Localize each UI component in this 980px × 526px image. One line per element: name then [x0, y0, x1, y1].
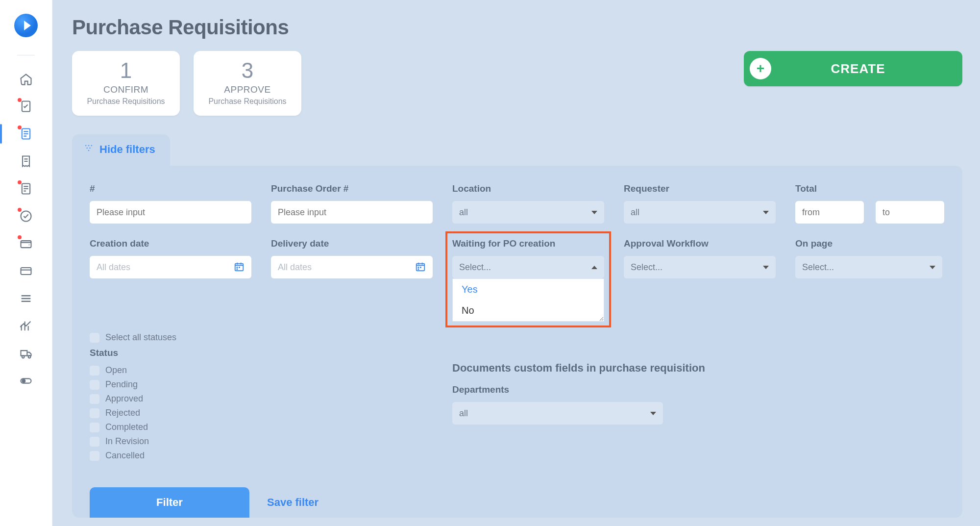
select-all-checkbox[interactable] [90, 333, 99, 343]
custom-fields-title: Documents custom fields in purchase requ… [452, 362, 945, 375]
svg-rect-21 [418, 267, 419, 268]
stat-label: APPROVE [199, 84, 295, 95]
svg-point-6 [22, 356, 24, 358]
creation-date-placeholder: All dates [97, 262, 130, 273]
status-checkbox[interactable] [90, 366, 99, 376]
chevron-up-icon [591, 266, 597, 269]
on-page-select[interactable]: Select... [795, 256, 942, 278]
status-label: Status [90, 348, 433, 358]
requester-select[interactable]: all [624, 201, 776, 224]
status-option: Cancelled [105, 451, 145, 461]
po-number-label: Purchase Order # [271, 183, 433, 194]
calendar-icon [415, 261, 426, 274]
delivery-date-placeholder: All dates [278, 262, 312, 273]
status-checkbox[interactable] [90, 408, 99, 418]
status-row[interactable]: Cancelled [90, 451, 433, 461]
sidebar-item-toggle[interactable] [0, 367, 52, 395]
status-row[interactable]: Pending [90, 379, 433, 390]
stat-card-approve[interactable]: 3 APPROVE Purchase Requisitions [194, 51, 301, 116]
status-option: Approved [105, 394, 143, 404]
toggle-icon [19, 374, 33, 388]
chevron-down-icon [763, 266, 769, 269]
filter-button[interactable]: Filter [90, 487, 249, 518]
approval-workflow-placeholder: Select... [631, 262, 662, 273]
po-number-input[interactable] [271, 201, 433, 224]
status-option: Open [105, 365, 127, 376]
page-title: Purchase Requisitions [72, 16, 962, 39]
status-option: Pending [105, 379, 138, 390]
select-all-label: Select all statuses [105, 332, 176, 343]
total-label: Total [795, 183, 942, 194]
credit-card-icon [19, 264, 33, 278]
menu-icon [19, 292, 33, 305]
create-button[interactable]: + CREATE [744, 51, 962, 86]
sidebar-item-wallet[interactable] [0, 230, 52, 257]
status-checkbox[interactable] [90, 437, 99, 447]
sidebar-item-analytics[interactable] [0, 312, 52, 340]
save-filter-link[interactable]: Save filter [267, 496, 318, 509]
total-to-input[interactable] [876, 201, 944, 224]
number-label: # [90, 183, 251, 194]
status-option: In Revision [105, 436, 149, 447]
status-checkbox[interactable] [90, 451, 99, 461]
svg-point-15 [88, 150, 90, 151]
check-circle-icon [19, 209, 33, 223]
main-content: Purchase Requisitions 1 CONFIRM Purchase… [52, 0, 980, 526]
waiting-po-option-no[interactable]: No [453, 300, 604, 321]
waiting-po-option-yes[interactable]: Yes [453, 279, 604, 300]
filter-button-label: Filter [156, 496, 183, 509]
app-logo[interactable] [14, 14, 38, 37]
status-checkbox[interactable] [90, 423, 99, 432]
hide-filters-label: Hide filters [99, 143, 155, 156]
svg-point-11 [88, 145, 90, 147]
svg-point-12 [91, 145, 93, 147]
sidebar-item-shipping[interactable] [0, 340, 52, 367]
sidebar-divider [17, 55, 35, 55]
sidebar-item-pr-a[interactable] [0, 93, 52, 120]
status-row[interactable]: Open [90, 365, 433, 376]
approval-workflow-select[interactable]: Select... [624, 256, 776, 278]
app-root: Purchase Requisitions 1 CONFIRM Purchase… [0, 0, 980, 526]
creation-date-input[interactable]: All dates [90, 256, 251, 278]
status-row[interactable]: In Revision [90, 436, 433, 447]
status-row[interactable]: Rejected [90, 408, 433, 418]
analytics-icon [19, 319, 33, 333]
waiting-po-dropdown: Yes No [452, 278, 604, 322]
hide-filters-tab[interactable]: Hide filters [72, 134, 170, 166]
departments-label: Departments [452, 384, 663, 395]
number-input[interactable] [90, 201, 251, 224]
sidebar-item-receipt[interactable] [0, 148, 52, 175]
chevron-down-icon [763, 211, 769, 214]
location-label: Location [452, 183, 604, 194]
total-from-input[interactable] [795, 201, 864, 224]
status-row[interactable]: Completed [90, 422, 433, 432]
stat-sub: Purchase Requisitions [78, 97, 174, 106]
status-checkbox[interactable] [90, 394, 99, 404]
location-select[interactable]: all [452, 201, 604, 224]
sidebar-item-approve[interactable] [0, 202, 52, 230]
waiting-po-select[interactable]: Select... Yes No [452, 256, 604, 278]
departments-select[interactable]: all [452, 402, 663, 425]
status-checkbox[interactable] [90, 380, 99, 390]
status-row[interactable]: Approved [90, 394, 433, 404]
highlight-annotation: Waiting for PO creation Select... Yes No [445, 231, 611, 327]
status-list: Open Pending Approved Rejected Completed… [90, 365, 433, 461]
select-all-statuses-row[interactable]: Select all statuses [90, 332, 433, 343]
plus-icon: + [750, 58, 771, 79]
departments-value: all [459, 408, 468, 419]
delivery-date-input[interactable]: All dates [271, 256, 433, 278]
sidebar-item-menu[interactable] [0, 285, 52, 312]
svg-rect-22 [420, 267, 421, 268]
chevron-down-icon [930, 266, 935, 269]
status-option: Rejected [105, 408, 140, 418]
stat-cards: 1 CONFIRM Purchase Requisitions 3 APPROV… [72, 51, 301, 116]
sidebar-item-invoice[interactable] [0, 175, 52, 202]
sidebar-item-pr-active[interactable] [0, 120, 52, 148]
clipboard-check-icon [19, 100, 33, 113]
create-label: CREATE [775, 61, 962, 76]
stat-sub: Purchase Requisitions [199, 97, 295, 106]
stat-card-confirm[interactable]: 1 CONFIRM Purchase Requisitions [72, 51, 180, 116]
sidebar-item-card[interactable] [0, 257, 52, 285]
svg-rect-19 [237, 268, 238, 270]
sidebar-item-home[interactable] [0, 65, 52, 93]
